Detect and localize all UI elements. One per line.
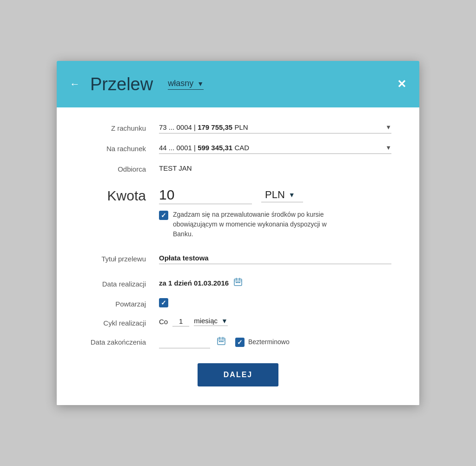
kwota-label: Kwota	[85, 188, 159, 204]
odbiorca-value: TEST JAN	[159, 162, 192, 174]
header-left: ← Przelew własny ▼	[70, 74, 204, 94]
data-realizacji-value: za 1 dzień 01.03.2016	[159, 279, 229, 287]
cykl-num-input[interactable]	[172, 316, 189, 326]
svg-rect-4	[236, 282, 237, 283]
tytul-control[interactable]	[159, 252, 391, 264]
na-rachunek-control[interactable]: 44 ... 0001 | 599 345,31 CAD ▼	[159, 142, 391, 154]
powtarzaj-control[interactable]: ✓	[159, 297, 391, 307]
data-realizacji-control: za 1 dzień 01.03.2016	[159, 277, 391, 289]
dalej-row: DALEJ	[85, 363, 391, 386]
date-row: za 1 dzień 01.03.2016	[159, 277, 243, 289]
calendar-icon[interactable]	[233, 277, 243, 289]
type-label: własny	[168, 79, 193, 88]
na-rachunek-value: 44 ... 0001 | 599 345,31 CAD	[159, 144, 249, 152]
data-zakonczenia-row: Data zakończenia	[85, 335, 391, 348]
cykl-label: Cykl realizacji	[85, 316, 159, 327]
odbiorca-row: Odbiorca TEST JAN	[85, 162, 391, 174]
odbiorca-control: TEST JAN	[159, 162, 391, 174]
dalej-button[interactable]: DALEJ	[198, 363, 278, 386]
z-rachunku-label: Z rachunku	[85, 121, 159, 132]
na-rachunek-select[interactable]: 44 ... 0001 | 599 345,31 CAD ▼	[159, 142, 391, 154]
tytul-input[interactable]	[159, 252, 391, 264]
z-rachunku-row: Z rachunku 73 ... 0004 | 179 755,35 PLN …	[85, 121, 391, 133]
checkbox-row: ✓ Zgadzam się na przewalutowanie środków…	[159, 210, 391, 239]
chevron-down-icon: ▼	[385, 144, 391, 151]
page-title: Przelew	[90, 74, 153, 94]
powtarzaj-row: Powtarzaj ✓	[85, 297, 391, 308]
svg-rect-5	[238, 282, 239, 283]
close-button[interactable]: ✕	[397, 78, 406, 91]
bezterminowo-checkbox[interactable]: ✓	[235, 338, 245, 347]
modal-header: ← Przelew własny ▼ ✕	[57, 61, 419, 107]
data-zakonczenia-inner: ✓ Bezterminowo	[159, 335, 290, 348]
cykl-control: Co miesiąc ▼	[159, 316, 391, 326]
currency-select[interactable]: PLN ▼	[261, 189, 303, 202]
cykl-period-select[interactable]: miesiąc ▼	[194, 317, 228, 326]
svg-rect-11	[219, 341, 220, 342]
tytul-row: Tytuł przelewu	[85, 252, 391, 264]
currency-label: PLN	[265, 189, 285, 201]
modal-window: ← Przelew własny ▼ ✕ Z rachunku 73 ... 0…	[57, 61, 419, 405]
checkmark-icon: ✓	[161, 212, 166, 219]
svg-rect-13	[222, 341, 224, 342]
chevron-down-icon: ▼	[385, 124, 391, 131]
cykl-co-label: Co	[159, 318, 168, 326]
data-zakonczenia-input[interactable]	[159, 335, 210, 348]
powtarzaj-label: Powtarzaj	[85, 297, 159, 308]
na-rachunek-label: Na rachunek	[85, 142, 159, 153]
svg-rect-12	[221, 341, 222, 342]
checkbox-wrap: ✓ Zgadzam się na przewalutowanie środków…	[159, 210, 331, 239]
z-rachunku-control[interactable]: 73 ... 0004 | 179 755,35 PLN ▼	[159, 121, 391, 133]
bezterminowo-text: Bezterminowo	[248, 338, 290, 346]
bezterminowo-wrap: ✓ Bezterminowo	[235, 337, 290, 347]
z-rachunku-select[interactable]: 73 ... 0004 | 179 755,35 PLN ▼	[159, 121, 391, 133]
na-rachunek-row: Na rachunek 44 ... 0001 | 599 345,31 CAD…	[85, 142, 391, 154]
chevron-down-icon: ▼	[289, 191, 295, 199]
tytul-label: Tytuł przelewu	[85, 252, 159, 263]
data-zakonczenia-label: Data zakończenia	[85, 335, 159, 346]
checkmark-icon: ✓	[237, 339, 243, 346]
type-dropdown[interactable]: własny ▼	[168, 79, 204, 90]
kwota-row: Kwota PLN ▼	[85, 187, 391, 204]
checkbox-text: Zgadzam się na przewalutowanie środków p…	[173, 210, 331, 239]
cykl-row-inner: Co miesiąc ▼	[159, 316, 228, 326]
modal-body: Z rachunku 73 ... 0004 | 179 755,35 PLN …	[57, 107, 419, 405]
przewalutowanie-checkbox[interactable]: ✓	[159, 211, 168, 220]
data-zakonczenia-control: ✓ Bezterminowo	[159, 335, 391, 348]
powtarzaj-checkbox[interactable]: ✓	[159, 298, 168, 307]
kwota-input[interactable]	[159, 187, 252, 204]
odbiorca-label: Odbiorca	[85, 162, 159, 173]
chevron-down-icon: ▼	[221, 317, 228, 325]
checkmark-icon: ✓	[161, 300, 166, 306]
svg-rect-6	[239, 282, 240, 283]
calendar-icon[interactable]	[217, 336, 226, 348]
chevron-down-icon: ▼	[197, 80, 204, 87]
cykl-period-label: miesiąc	[194, 317, 218, 325]
data-realizacji-label: Data realizacji	[85, 277, 159, 288]
z-rachunku-value: 73 ... 0004 | 179 755,35 PLN	[159, 123, 248, 131]
cykl-row: Cykl realizacji Co miesiąc ▼	[85, 316, 391, 327]
data-realizacji-row: Data realizacji za 1 dzień 01.03.2016	[85, 277, 391, 289]
back-button[interactable]: ←	[70, 78, 80, 90]
